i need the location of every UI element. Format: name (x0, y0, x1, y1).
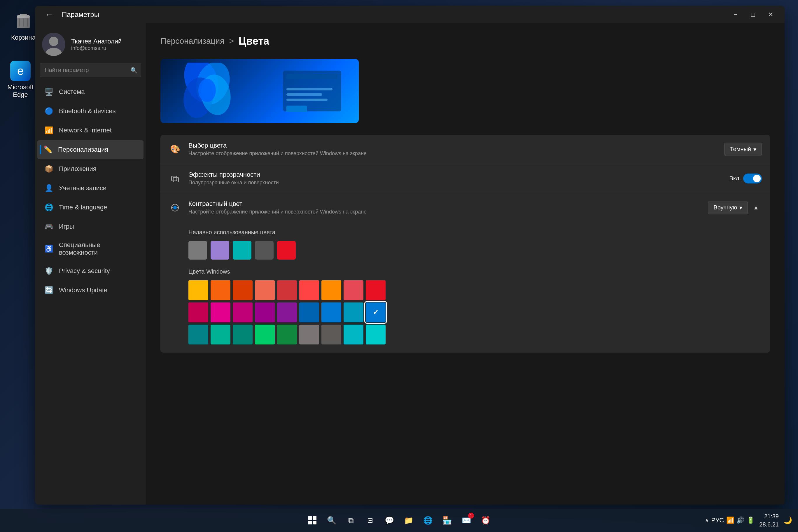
color-tile[interactable] (188, 325, 208, 344)
language-indicator: РУС (711, 516, 724, 524)
svg-rect-5 (27, 18, 28, 26)
color-choice-title: Выбор цвета (188, 142, 717, 149)
color-tile[interactable] (299, 280, 319, 300)
sidebar-item-gaming[interactable]: 🎮Игры (37, 217, 144, 236)
color-tile[interactable] (344, 325, 363, 344)
color-tile[interactable] (233, 280, 252, 300)
colors-row-1 (188, 280, 762, 300)
color-tile[interactable] (277, 325, 297, 344)
transparency-icon (169, 172, 182, 185)
recent-swatch-3[interactable] (255, 241, 273, 260)
transparency-toggle[interactable] (743, 173, 762, 184)
taskview-button[interactable]: ⧉ (343, 512, 359, 529)
recent-colors-swatches (188, 241, 762, 260)
color-tile[interactable] (366, 280, 385, 300)
search-taskbar-button[interactable]: 🔍 (323, 512, 340, 529)
color-tile[interactable] (188, 280, 208, 300)
color-choice-desc: Настройте отображение приложений и повер… (188, 151, 717, 157)
sidebar-item-apps[interactable]: 📦Приложения (37, 159, 144, 178)
color-tile[interactable] (255, 302, 275, 322)
update-nav-icon: 🔄 (44, 286, 54, 295)
close-button[interactable]: ✕ (762, 7, 779, 22)
chat-button[interactable]: 💬 (381, 512, 398, 529)
taskbar: 🔍 ⧉ ⊟ 💬 📁 🌐 🏪 ✉️1 ⏰ ∧ РУС 📶 🔊 🔋 21:39 28… (0, 509, 798, 532)
accounts-nav-icon: 👤 (44, 184, 54, 193)
color-tile[interactable] (188, 302, 208, 322)
trash-icon (13, 11, 34, 32)
sidebar-item-privacy[interactable]: 🛡️Privacy & security (37, 262, 144, 280)
windows-colors-label: Цвета Windows (188, 268, 762, 275)
maximize-button[interactable]: □ (745, 7, 761, 22)
sidebar-item-network[interactable]: 📶Network & internet (37, 121, 144, 140)
color-tile[interactable] (344, 302, 363, 322)
search-input[interactable] (40, 63, 141, 77)
store-button[interactable]: 🏪 (439, 512, 455, 529)
color-choice-row: 🎨 Выбор цвета Настройте отображение прил… (160, 135, 770, 164)
search-box: 🔍 (40, 63, 141, 77)
window-title: Параметры (62, 11, 99, 19)
color-tile[interactable] (277, 302, 297, 322)
sidebar-item-time[interactable]: 🌐Time & language (37, 198, 144, 217)
explorer-button[interactable]: 📁 (400, 512, 417, 529)
color-tile[interactable] (299, 325, 319, 344)
sidebar-item-update[interactable]: 🔄Windows Update (37, 281, 144, 300)
mail-button[interactable]: ✉️1 (458, 512, 475, 529)
privacy-nav-label: Privacy & security (59, 267, 110, 275)
time-nav-icon: 🌐 (44, 203, 54, 212)
clock-app-button[interactable]: ⏰ (477, 512, 494, 529)
sidebar-item-accessibility[interactable]: ♿Специальные возможности (37, 236, 144, 261)
gaming-nav-label: Игры (59, 223, 74, 230)
accent-dropdown-chevron: ▾ (739, 204, 742, 211)
clock-display[interactable]: 21:39 28.6.21 (759, 512, 779, 529)
window-body: Ткачев Анатолий info@comss.ru 🔍 🖥️Систем… (35, 23, 784, 505)
user-name: Ткачев Анатолий (71, 38, 121, 45)
sidebar-item-accounts[interactable]: 👤Учетные записи (37, 179, 144, 197)
accent-color-row: Контрастный цвет Настройте отображение п… (160, 193, 770, 222)
wifi-icon: 📶 (726, 516, 734, 524)
recent-swatch-2[interactable] (233, 241, 251, 260)
color-tile[interactable] (255, 280, 275, 300)
color-tile[interactable] (277, 280, 297, 300)
color-tile[interactable] (255, 325, 275, 344)
color-tile[interactable] (299, 302, 319, 322)
title-bar: ← Параметры − □ ✕ (35, 6, 784, 23)
chevron-up-icon[interactable]: ∧ (705, 517, 709, 524)
svg-point-16 (198, 79, 216, 102)
sidebar-item-personalization[interactable]: ✏️Персонализация (37, 140, 144, 159)
recent-swatch-0[interactable] (188, 241, 207, 260)
color-tile[interactable] (233, 302, 252, 322)
accessibility-nav-label: Специальные возможности (59, 241, 136, 256)
color-tile[interactable] (321, 302, 341, 322)
notification-icon[interactable]: 🌙 (783, 516, 792, 525)
edge-icon: e (10, 61, 31, 81)
color-tile-selected[interactable] (366, 302, 385, 322)
color-tile[interactable] (321, 325, 341, 344)
hero-mockup (283, 71, 341, 111)
minimize-button[interactable]: − (727, 7, 744, 22)
color-tile[interactable] (211, 302, 230, 322)
accent-expand-button[interactable]: ▲ (750, 202, 762, 213)
sidebar-item-bluetooth[interactable]: 🔵Bluetooth & devices (37, 102, 144, 120)
settings-window: ← Параметры − □ ✕ (35, 6, 784, 505)
edge-taskbar-button[interactable]: 🌐 (420, 512, 436, 529)
sidebar-item-system[interactable]: 🖥️Система (37, 82, 144, 101)
start-button[interactable] (304, 512, 321, 529)
color-tile[interactable] (233, 325, 252, 344)
desktop-icon-edge[interactable]: e Microsoft Edge (3, 58, 38, 101)
widgets-button[interactable]: ⊟ (362, 512, 378, 529)
color-choice-dropdown[interactable]: Темный ▾ (724, 142, 762, 156)
color-tile[interactable] (211, 280, 230, 300)
edge-label: Microsoft Edge (5, 83, 36, 99)
accent-color-dropdown[interactable]: Вручную ▾ (708, 201, 748, 214)
color-tile[interactable] (344, 280, 363, 300)
recent-swatch-4[interactable] (277, 241, 296, 260)
user-profile[interactable]: Ткачев Анатолий info@comss.ru (35, 28, 146, 63)
color-tile[interactable] (366, 325, 385, 344)
breadcrumb-parent[interactable]: Персонализация (160, 36, 224, 46)
recent-swatch-1[interactable] (211, 241, 229, 260)
volume-icon: 🔊 (737, 516, 744, 524)
back-button[interactable]: ← (41, 7, 57, 22)
color-tile[interactable] (211, 325, 230, 344)
accent-color-text: Контрастный цвет Настройте отображение п… (188, 200, 701, 215)
color-tile[interactable] (321, 280, 341, 300)
